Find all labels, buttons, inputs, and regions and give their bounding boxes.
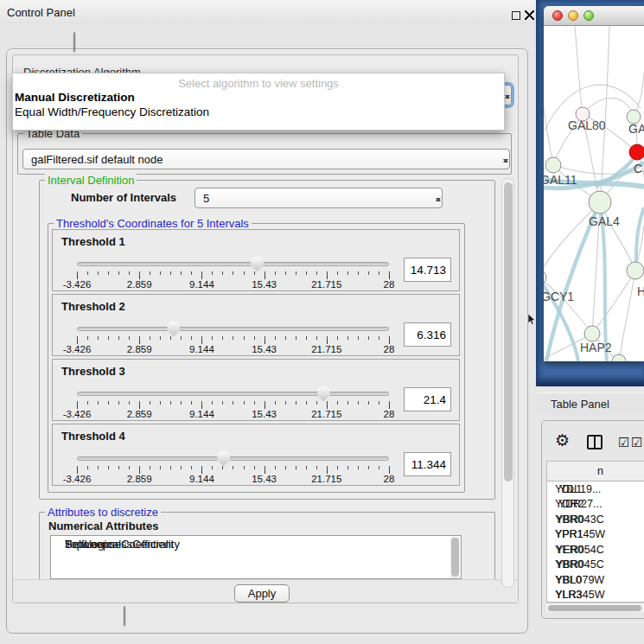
control-panel-title: Control Panel: [7, 6, 75, 19]
slider-tick-label: 28: [384, 279, 395, 290]
network-node[interactable]: [545, 157, 561, 173]
table-row[interactable]: YBR045CYBR0: [547, 558, 644, 573]
table-cell: YBL0: [547, 572, 582, 588]
attributes-list-scrollbar[interactable]: [450, 537, 460, 578]
slider-thumb[interactable]: [167, 322, 180, 336]
network-node-label: GCY1: [544, 290, 574, 303]
table-row[interactable]: YPR145WYPR1: [547, 527, 644, 543]
network-edge[interactable]: [583, 98, 634, 117]
slider-tick-label: 15.43: [252, 279, 277, 290]
threshold-label: Threshold 1: [61, 235, 125, 248]
tab-network[interactable]: Network: [74, 33, 75, 44]
slider-ticks: [77, 401, 390, 409]
slider-tick-label: 15.43: [252, 409, 277, 419]
table-row[interactable]: YBR043CYBR0: [547, 512, 644, 527]
table-horizontal-scrollbar[interactable]: [546, 603, 644, 612]
checked-checkbox-icon[interactable]: ☑: [618, 436, 629, 449]
slider-tick-label: 21.715: [311, 409, 341, 419]
slider-tick-label: 2.859: [127, 279, 152, 290]
algorithm-popup-item[interactable]: Manual Discretization: [15, 91, 135, 104]
network-node[interactable]: [629, 144, 644, 160]
node-table[interactable]: shared...n YDL19...YDL1YDR27...YDR2YBR04…: [546, 461, 644, 603]
slider-tick-label: 28: [384, 474, 395, 484]
slider-thumb[interactable]: [317, 386, 330, 401]
zoom-traffic-light-icon[interactable]: [583, 10, 594, 21]
slider-thumb[interactable]: [251, 257, 264, 271]
threshold-panel: Threshold 3-3.4262.8599.14415.4321.71528: [52, 359, 460, 421]
list-item[interactable]: BetweennessCentrality: [51, 536, 180, 552]
network-window[interactable]: GAL80GACGAL11GAL4GCY1HHAP2: [544, 6, 644, 361]
network-window-titlebar[interactable]: [544, 6, 644, 26]
slider-tick-label: 2.859: [127, 409, 152, 419]
threshold-value-field[interactable]: [404, 322, 451, 347]
table-row[interactable]: YER054CYER0: [547, 542, 644, 558]
screen: Control Panel NetworkStyleSelectCyni Too…: [0, 0, 644, 644]
algorithm-popup: Select algorithm to view settings Manual…: [12, 73, 505, 131]
slider-track[interactable]: [77, 262, 389, 266]
close-traffic-light-icon[interactable]: [552, 10, 563, 21]
slider-tick-label: -3.426: [63, 344, 92, 354]
checked-checkbox-icon[interactable]: ☑: [631, 436, 642, 449]
threshold-value-field[interactable]: [404, 258, 451, 282]
table-data-combobox[interactable]: galFiltered.sif default node: [22, 149, 510, 169]
apply-button[interactable]: Apply: [234, 584, 290, 603]
slider-ticks: [77, 336, 390, 344]
network-node-label: C: [634, 162, 642, 175]
network-edge[interactable]: [600, 26, 609, 202]
slider-tick-label: -3.426: [63, 474, 92, 484]
algorithm-popup-item[interactable]: Equal Width/Frequency Discretization: [15, 105, 209, 118]
network-canvas[interactable]: GAL80GACGAL11GAL4GCY1HHAP2: [544, 26, 644, 361]
table-row[interactable]: YDL19...YDL1: [547, 481, 644, 497]
network-node-label: GAL4: [589, 214, 620, 228]
network-edge-thick[interactable]: [635, 207, 644, 271]
table-data-combobox-value: galFiltered.sif default node: [31, 153, 163, 166]
threshold-label: Threshold 4: [61, 430, 125, 443]
float-window-icon[interactable]: [512, 11, 520, 20]
threshold-value-field[interactable]: [404, 387, 451, 411]
table-cell: YDR2: [547, 497, 583, 513]
table-row[interactable]: YLR345WYLR3: [547, 588, 644, 603]
slider-track[interactable]: [77, 392, 389, 396]
network-node-label: HAP2: [580, 341, 612, 354]
slider-thumb[interactable]: [217, 451, 230, 466]
threshold-label: Threshold 3: [61, 365, 125, 378]
table-cell: YER0: [547, 542, 583, 558]
number-of-intervals-combobox[interactable]: 5: [194, 188, 443, 208]
table-panel-title: Table Panel: [551, 398, 609, 411]
table-cell: YDL1: [547, 481, 582, 497]
slider-track[interactable]: [77, 456, 389, 461]
split-columns-icon[interactable]: [587, 435, 603, 450]
network-edge[interactable]: [592, 271, 635, 334]
slider-tick-label: -3.426: [63, 279, 92, 290]
table-cell: YPR1: [547, 527, 583, 543]
gear-icon[interactable]: ⚙: [555, 432, 570, 449]
threshold-label: Threshold 2: [61, 300, 125, 313]
panel-scrollbar[interactable]: [501, 178, 514, 588]
slider-tick-label: 15.43: [252, 344, 277, 354]
slider-tick-label: -3.426: [63, 409, 92, 419]
table-row[interactable]: YDR27...YDR2: [547, 497, 644, 513]
network-node-label: GA: [628, 122, 644, 136]
network-edge[interactable]: [575, 26, 583, 114]
threshold-value-field[interactable]: [404, 452, 451, 476]
slider-track[interactable]: [77, 327, 389, 331]
slider-tick-label: 15.43: [252, 474, 277, 484]
control-panel-titlebar: Control Panel: [0, 0, 536, 24]
network-node[interactable]: [627, 262, 644, 279]
slider-ticks: [77, 466, 390, 474]
network-node[interactable]: [589, 191, 611, 214]
network-node-label: GAL11: [544, 173, 577, 187]
column-header-n[interactable]: n: [547, 462, 644, 481]
network-node[interactable]: [584, 326, 600, 341]
numerical-attributes-list[interactable]: SelfLoopsTopologicalCoefficientBetweenne…: [50, 535, 462, 579]
table-panel-window: ⚙ ☑ ☑ shared...n YDL19...YDL1YDR27...YDR…: [541, 420, 644, 619]
table-scrollbar-thumb[interactable]: [548, 605, 641, 611]
table-panel-titlebar: Table Panel: [536, 392, 644, 415]
network-node[interactable]: [612, 354, 626, 361]
close-icon[interactable]: [525, 10, 534, 20]
table-row[interactable]: YBL079WYBL0: [547, 572, 644, 588]
minimize-traffic-light-icon[interactable]: [568, 10, 578, 21]
panel-scrollbar-thumb[interactable]: [504, 182, 513, 481]
threshold-panel: Threshold 1-3.4262.8599.14415.4321.71528: [52, 229, 460, 291]
slider-tick-label: 28: [384, 409, 395, 419]
